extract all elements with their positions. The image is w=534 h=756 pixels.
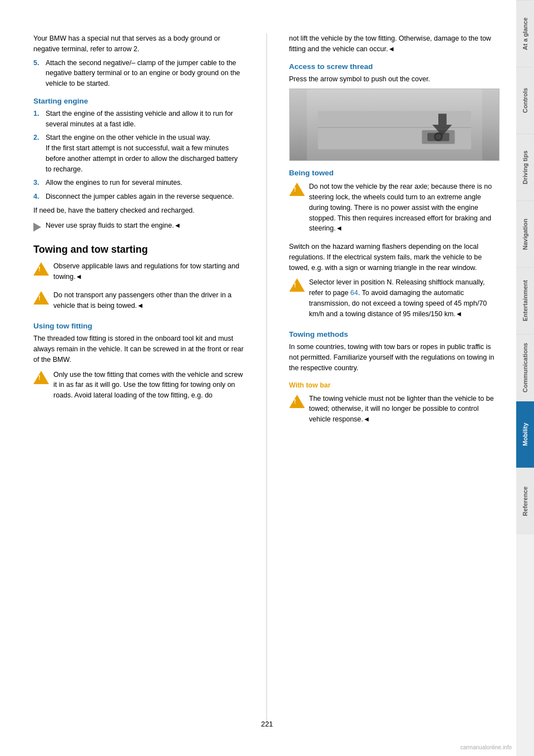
being-towed-warning-1-text: Do not tow the vehicle by the rear axle;… — [309, 181, 500, 234]
column-divider — [266, 33, 267, 723]
step-3-text: Allow the engines to run for several min… — [46, 178, 182, 188]
access-screw-text: Press the arrow symbol to push out the c… — [289, 74, 500, 85]
step-4-text: Disconnect the jumper cables again in th… — [46, 192, 234, 202]
left-column: Your BMW has a special nut that serves a… — [33, 33, 253, 723]
with-tow-bar-heading: With tow bar — [289, 381, 500, 389]
caution-spray-text: Never use spray fluids to start the engi… — [46, 220, 181, 231]
step-5: 5. Attach the second negative/– clamp of… — [33, 58, 244, 89]
being-towed-warning-1: Do not tow the vehicle by the rear axle;… — [289, 181, 500, 237]
svg-point-7 — [436, 134, 441, 140]
tow-fitting-image-inner — [290, 89, 500, 160]
step-number-3: 3. — [33, 178, 42, 188]
step-2: 2. Start the engine on the other vehicle… — [33, 132, 244, 174]
tow-fitting-warning-text: Only use the tow fitting that comes with… — [53, 370, 244, 401]
being-towed-warning-2: Selector lever in position N. Releasing … — [289, 277, 500, 322]
starting-engine-heading: Starting engine — [33, 97, 244, 105]
sidebar-tab-reference[interactable]: Reference — [516, 468, 534, 534]
towing-methods-text1: In some countries, towing with tow bars … — [289, 342, 500, 373]
sidebar-tab-label-communications: Communications — [522, 343, 528, 392]
tow-fitting-warning: Only use the tow fitting that comes with… — [33, 370, 244, 404]
tow-fitting-svg — [290, 89, 500, 160]
step-number-2: 2. — [33, 132, 42, 174]
sidebar-tab-navigation[interactable]: Navigation — [516, 200, 534, 267]
towing-warning-2: Do not transport any passengers other th… — [33, 290, 244, 315]
warning-icon-5 — [289, 278, 305, 292]
sidebar-tab-mobility[interactable]: Mobility — [516, 401, 534, 468]
continued-text: not lift the vehicle by the tow fitting.… — [289, 33, 500, 55]
sidebar-tab-label-at-a-glance: At a glance — [522, 17, 528, 50]
being-towed-text1: Switch on the hazard warning flashers de… — [289, 242, 500, 273]
page-ref-link[interactable]: 64 — [350, 289, 358, 297]
battery-note: If need be, have the battery checked and… — [33, 205, 244, 216]
sidebar-tab-communications[interactable]: Communications — [516, 334, 534, 401]
page-number: 221 — [261, 720, 273, 728]
sidebar-tab-at-a-glance[interactable]: At a glance — [516, 0, 534, 67]
step-1-text: Start the engine of the assisting vehicl… — [46, 109, 244, 130]
main-content: Your BMW has a special nut that serves a… — [0, 0, 516, 756]
being-towed-warning-2-text: Selector lever in position N. Releasing … — [309, 277, 500, 319]
tow-fitting-text1: The threaded tow fitting is stored in th… — [33, 333, 244, 365]
step-2-text: Start the engine on the other vehicle in… — [46, 132, 244, 174]
numbered-list: 5. Attach the second negative/– clamp of… — [33, 58, 244, 89]
with-tow-bar-warning-text: The towing vehicle must not be lighter t… — [309, 394, 500, 425]
sidebar-tab-label-mobility: Mobility — [522, 423, 528, 446]
using-tow-fitting-heading: Using tow fitting — [33, 322, 244, 330]
step-5-text: Attach the second negative/– clamp of th… — [46, 58, 244, 89]
access-screw-heading: Access to screw thread — [289, 62, 500, 71]
starting-engine-steps: 1. Start the engine of the assisting veh… — [33, 109, 244, 202]
step-4: 4. Disconnect the jumper cables again in… — [33, 192, 244, 202]
step-1: 1. Start the engine of the assisting veh… — [33, 109, 244, 130]
towing-section-title: Towing and tow starting — [33, 244, 244, 256]
sidebar-tab-label-driving-tips: Driving tips — [522, 150, 528, 184]
sidebar-tab-label-entertainment: Entertainment — [522, 281, 528, 322]
right-column: not lift the vehicle by the tow fitting.… — [281, 33, 500, 723]
warning-icon-3 — [33, 371, 49, 384]
step-number-4: 4. — [33, 192, 42, 202]
with-tow-bar-warning: The towing vehicle must not be lighter t… — [289, 394, 500, 428]
towing-warning-1-text: Observe applicable laws and regulations … — [53, 261, 244, 282]
step-number-1: 1. — [33, 109, 42, 130]
sidebar-tab-label-controls: Controls — [522, 88, 528, 113]
being-towed-heading: Being towed — [289, 169, 500, 177]
step-number: 5. — [33, 58, 42, 89]
warning-icon-2 — [33, 291, 49, 305]
watermark: carmanualonline.info — [461, 744, 512, 750]
right-sidebar: At a glance Controls Driving tips Naviga… — [516, 0, 534, 756]
towing-warning-2-text: Do not transport any passengers other th… — [53, 290, 244, 311]
sidebar-tab-entertainment[interactable]: Entertainment — [516, 267, 534, 334]
tow-fitting-image — [289, 89, 500, 161]
sidebar-tab-driving-tips[interactable]: Driving tips — [516, 134, 534, 200]
warning-icon-1 — [33, 262, 49, 276]
note-play-icon — [33, 223, 41, 232]
step-3: 3. Allow the engines to run for several … — [33, 178, 244, 188]
towing-methods-heading: Towing methods — [289, 330, 500, 338]
intro-text: Your BMW has a special nut that serves a… — [33, 33, 244, 55]
sidebar-tab-label-reference: Reference — [522, 487, 528, 516]
sidebar-tab-label-navigation: Navigation — [522, 218, 528, 249]
warning-icon-6 — [289, 395, 305, 408]
page-container: Your BMW has a special nut that serves a… — [0, 0, 534, 756]
towing-warning-1: Observe applicable laws and regulations … — [33, 261, 244, 286]
warning-icon-4 — [289, 183, 305, 196]
sidebar-tab-controls[interactable]: Controls — [516, 67, 534, 134]
caution-spray: Never use spray fluids to start the engi… — [33, 220, 244, 234]
